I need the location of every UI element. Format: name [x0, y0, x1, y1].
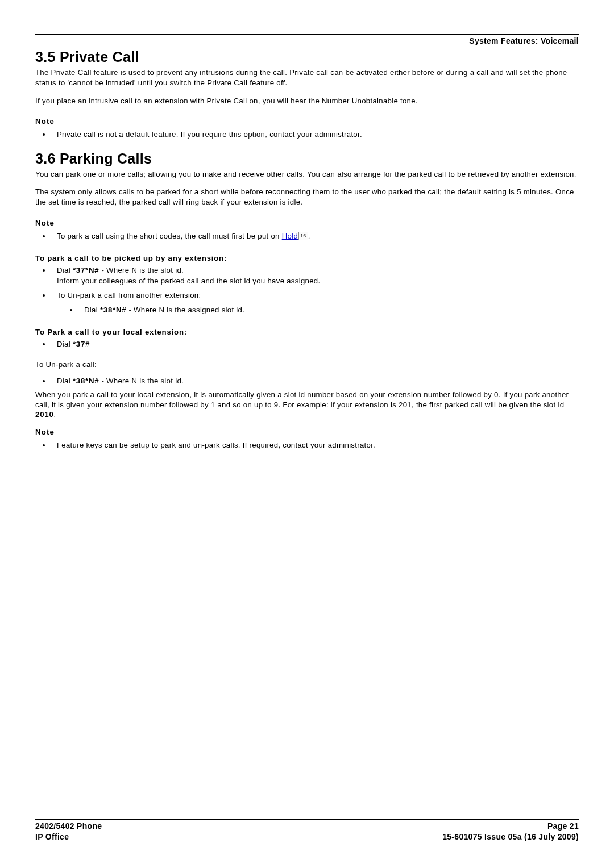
unpark-dial-item: Dial *38*N# - Where N is the slot id. [51, 375, 579, 386]
heading-3-6: 3.6 Parking Calls [35, 151, 579, 167]
s36-hold-list: To park a call using the short codes, th… [35, 231, 579, 241]
footer-left2: IP Office [35, 832, 69, 843]
page: System Features: Voicemail 3.5 Private C… [0, 0, 614, 868]
local-explain-pre: When you park a call to your local exten… [35, 390, 569, 409]
any-unpark-dial-pre: Dial [84, 306, 100, 314]
any-unpark-dial-item: Dial *38*N# - Where N is the assigned sl… [78, 304, 579, 315]
local-dial-pre: Dial [57, 340, 73, 348]
any-list: Dial *37*N# - Where N is the slot id. In… [35, 265, 579, 315]
hold-pre: To park a call using the short codes, th… [57, 232, 282, 240]
s36-p2: The system only allows calls to be parke… [35, 187, 579, 207]
any-dial-pre: Dial [57, 266, 73, 274]
unpark-dial-code: *38*N# [73, 377, 99, 385]
any-unpark-dial-post: - Where N is the assigned slot id. [126, 306, 244, 314]
s36-note-label: Note [35, 219, 579, 227]
any-dial-code: *37*N# [73, 266, 99, 274]
any-unpark-text: To Un-park a call from another extension… [57, 291, 201, 299]
footer-left1: 2402/5402 Phone [35, 821, 102, 832]
page-ref-icon: 16 [298, 232, 308, 240]
s36-p1: You can park one or more calls; allowing… [35, 169, 579, 180]
footer-row1: 2402/5402 Phone Page 21 [35, 821, 579, 832]
any-unpark-sublist: Dial *38*N# - Where N is the assigned sl… [57, 304, 579, 315]
any-unpark-item: To Un-park a call from another extension… [51, 290, 579, 315]
footer-row2: IP Office 15-601075 Issue 05a (16 July 2… [35, 832, 579, 843]
h-any-ext: To park a call to be picked up by any ex… [35, 254, 579, 262]
s35-p1: The Private Call feature is used to prev… [35, 68, 579, 88]
heading-3-5: 3.5 Private Call [35, 49, 579, 65]
any-inform: Inform your colleagues of the parked cal… [57, 277, 320, 285]
any-dial-item: Dial *37*N# - Where N is the slot id. In… [51, 265, 579, 286]
any-dial-post: - Where N is the slot id. [99, 266, 184, 274]
unpark-dial-pre: Dial [57, 377, 73, 385]
h-unpark: To Un-park a call: [35, 360, 579, 370]
s35-note-label: Note [35, 117, 579, 126]
s35-note-list: Private call is not a default feature. I… [35, 129, 579, 140]
local-explain-post: . [54, 410, 56, 419]
unpark-list: Dial *38*N# - Where N is the slot id. [35, 375, 579, 386]
footer: 2402/5402 Phone Page 21 IP Office 15-601… [35, 819, 579, 843]
footer-right2: 15-601075 Issue 05a (16 July 2009) [442, 832, 579, 843]
local-explain-code: 2010 [35, 410, 54, 419]
header-rule [35, 34, 579, 35]
hold-link[interactable]: Hold [282, 232, 298, 240]
s36-note2-list: Feature keys can be setup to park and un… [35, 440, 579, 450]
local-dial-item: Dial *37# [51, 339, 579, 349]
hold-post: . [308, 232, 310, 240]
s36-note2-label: Note [35, 428, 579, 436]
unpark-dial-post: - Where N is the slot id. [99, 377, 184, 385]
h-local-ext: To Park a call to your local extension: [35, 328, 579, 336]
local-explain: When you park a call to your local exten… [35, 390, 579, 420]
header-text: System Features: Voicemail [35, 36, 579, 45]
s35-p2: If you place an intrusive call to an ext… [35, 96, 579, 106]
s35-note-item: Private call is not a default feature. I… [51, 129, 579, 140]
s36-hold-item: To park a call using the short codes, th… [51, 231, 579, 241]
any-unpark-dial-code: *38*N# [100, 306, 127, 314]
s36-note2-item: Feature keys can be setup to park and un… [51, 440, 579, 450]
local-dial-code: *37# [73, 340, 90, 348]
local-list: Dial *37# [35, 339, 579, 349]
footer-right1: Page 21 [547, 821, 579, 832]
footer-rule [35, 819, 579, 820]
